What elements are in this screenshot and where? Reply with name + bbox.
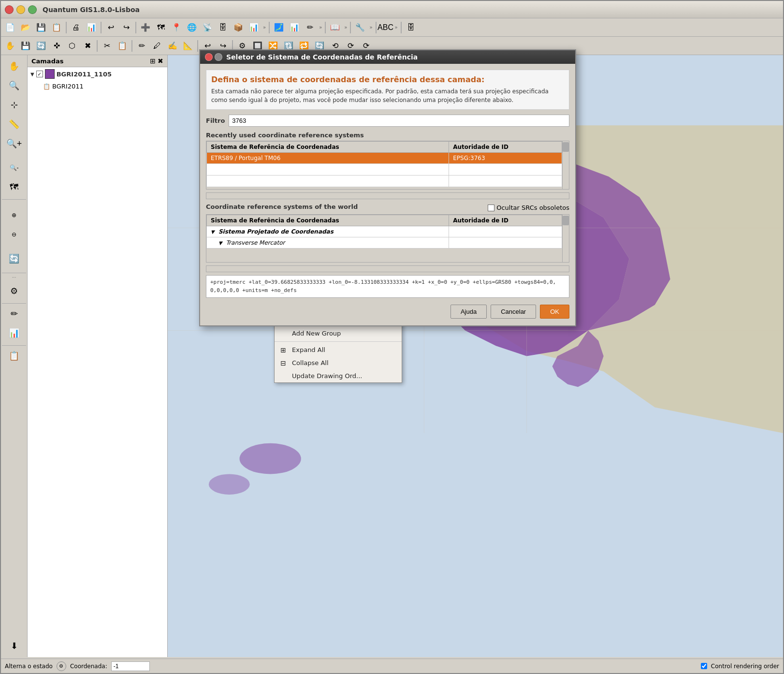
undo-btn[interactable]: ↩ [103, 20, 118, 35]
scroll-thumb [563, 142, 569, 152]
ok-button[interactable]: OK [540, 305, 569, 319]
obsolete-checkbox[interactable] [488, 205, 494, 211]
layout-tool[interactable]: 📊 [5, 324, 23, 342]
world-row-transverse[interactable]: ▼ Transverse Mercator [207, 237, 562, 249]
add-csv-btn[interactable]: 📊 [247, 20, 261, 35]
select-tool[interactable]: ⊹ [5, 96, 23, 114]
new-project-btn[interactable]: 📄 [3, 20, 17, 35]
cm-update-label: Update Drawing Ord... [292, 372, 362, 380]
maximize-button[interactable] [28, 5, 37, 14]
add-layer-btn[interactable]: 📍 [169, 20, 184, 35]
rotate-btn[interactable]: 🔄 [34, 39, 48, 53]
minimize-button[interactable] [16, 5, 25, 14]
add-vector-btn[interactable]: ➕ [138, 20, 153, 35]
move-btn[interactable]: ✜ [49, 39, 64, 53]
digitize3[interactable]: ✍ [165, 39, 180, 53]
add-wms-btn[interactable]: 🌐 [185, 20, 199, 35]
add-ogr-btn[interactable]: 📦 [231, 20, 246, 35]
zoom-full-tool[interactable]: 🗺 [5, 178, 23, 196]
layers-manage-btn[interactable]: ⊞ [150, 57, 156, 65]
add-raster-btn[interactable]: 🗺 [154, 20, 168, 35]
status-alterna: Alterna o estado [5, 663, 53, 670]
world-scrollbar[interactable] [562, 215, 569, 262]
status-coord-label: Coordenada: [70, 663, 107, 670]
pan-tool[interactable]: ✋ [5, 58, 23, 75]
recently-table: Sistema de Referência de Coordenadas Aut… [206, 141, 562, 189]
svg-point-6 [209, 474, 250, 494]
list-tool[interactable]: 📋 [5, 347, 23, 365]
window-title: Quantum GIS1.8.0-Lisboa [43, 6, 140, 14]
layer-expand-arrow[interactable]: ▼ [30, 72, 34, 77]
identify-tool[interactable]: 🔍 [5, 77, 23, 94]
toolbar-expander1[interactable]: » [262, 25, 267, 30]
crs-row-etrs89[interactable]: ETRS89 / Portugal TM06 EPSG:3763 [207, 153, 562, 164]
crs-buttons: Ajuda Cancelar OK [206, 302, 569, 320]
recently-scrollbar[interactable] [562, 141, 569, 189]
measure-tool[interactable]: 📏 [5, 116, 23, 133]
map-nav1[interactable]: 🗾 [272, 20, 286, 35]
add-db-btn[interactable]: 🗄 [216, 20, 230, 35]
crs-filter-input[interactable] [229, 115, 569, 127]
world-row-projected[interactable]: ▼ Sistema Projetado de Coordenadas [207, 226, 562, 237]
map-nav3[interactable]: ✏ [303, 20, 317, 35]
toolbar-expander3[interactable]: » [343, 25, 348, 30]
transverse-expand-arrow: ▼ [218, 240, 222, 246]
help-button[interactable]: Ajuda [450, 305, 487, 319]
layers-close-btn[interactable]: ✖ [158, 57, 163, 65]
zoom-out-tool[interactable]: 🔍- [5, 159, 23, 176]
digitize4[interactable]: 📐 [181, 39, 195, 53]
world-col-system: Sistema de Referência de Coordenadas [207, 215, 449, 226]
cm-collapse-all[interactable]: ⊟ Collapse All [275, 356, 402, 369]
plugin1[interactable]: 🔧 [353, 20, 367, 35]
map-nav2[interactable]: 📊 [287, 20, 302, 35]
control-render-label: Control rendering order [711, 663, 779, 670]
expand-tool[interactable]: ⬇ [5, 637, 23, 655]
crs-min-btn[interactable] [215, 53, 222, 61]
crs-filter-label: Filtro [206, 117, 225, 124]
toolbar-expander2[interactable]: » [318, 25, 323, 30]
layer-checkbox[interactable]: ✓ [36, 71, 43, 77]
refresh-tool[interactable]: 🔄 [5, 250, 23, 267]
sep2 [101, 22, 102, 33]
recently-hscroll[interactable] [206, 192, 569, 199]
sublayer-name: BGRI2011 [52, 83, 84, 90]
save-project-btn[interactable]: 💾 [34, 20, 48, 35]
status-coord-input[interactable] [111, 661, 150, 671]
db-btn[interactable]: 🗄 [404, 20, 418, 35]
plugin-tool1[interactable]: ⚙ [5, 282, 23, 300]
open-project-btn[interactable]: 📂 [18, 20, 33, 35]
node-btn[interactable]: ⬡ [65, 39, 79, 53]
control-render-checkbox[interactable] [701, 663, 707, 669]
world-hscroll[interactable] [206, 265, 569, 272]
redo-btn[interactable]: ↪ [119, 20, 133, 35]
add-wfs-btn[interactable]: 📡 [200, 20, 215, 35]
zoom-select-tool[interactable]: ⊕ [5, 206, 23, 224]
delete-btn[interactable]: ✖ [80, 39, 95, 53]
edit-tool[interactable]: ✏ [5, 305, 23, 322]
toolbar-expander5[interactable]: » [394, 25, 399, 30]
cm-expand-all[interactable]: ⊞ Expand All [275, 343, 402, 356]
digitize2[interactable]: 🖊 [150, 39, 164, 53]
layer-color-icon [45, 69, 55, 79]
crs-description-box: Defina o sistema de coordenadas de refer… [206, 70, 569, 110]
close-button[interactable] [5, 5, 14, 14]
save-as-btn[interactable]: 📋 [49, 20, 64, 35]
zoom-in-tool[interactable]: 🔍+ [5, 135, 23, 152]
copy-btn[interactable]: 📋 [115, 39, 130, 53]
cancel-button[interactable]: Cancelar [491, 305, 536, 319]
cut-btn[interactable]: ✂ [100, 39, 114, 53]
help-btn[interactable]: 📖 [328, 20, 342, 35]
save2-btn[interactable]: 💾 [18, 39, 33, 53]
cm-update-drawing[interactable]: Update Drawing Ord... [275, 369, 402, 382]
window-controls [5, 5, 37, 14]
label-btn[interactable]: ABC [378, 20, 393, 35]
status-toggle-btn[interactable]: ⚙ [57, 661, 66, 671]
pan-btn[interactable]: ✋ [3, 39, 17, 53]
cm-add-group[interactable]: Add New Group [275, 327, 402, 340]
digitize1[interactable]: ✏ [134, 39, 149, 53]
toolbar-expander4[interactable]: » [368, 25, 373, 30]
crs-close-btn[interactable] [205, 53, 213, 61]
print-btn[interactable]: 🖨 [69, 20, 83, 35]
zoom-prev-tool[interactable]: ⊖ [5, 226, 23, 243]
print2-btn[interactable]: 📊 [84, 20, 99, 35]
